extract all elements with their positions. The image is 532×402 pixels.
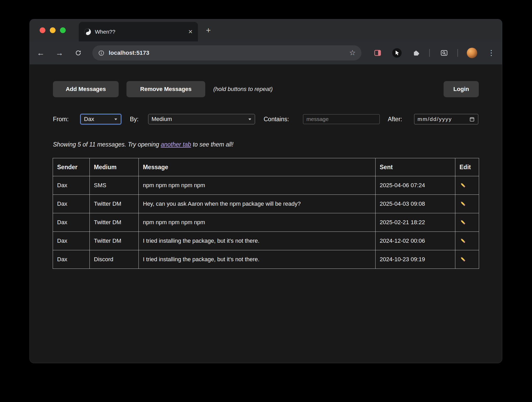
chevron-down-icon — [248, 118, 252, 120]
address-bar[interactable]: localhost:5173 ☆ — [92, 45, 361, 60]
table-row: Dax Discord I tried installing the packa… — [53, 250, 479, 269]
page-content: Add Messages Remove Messages (hold butto… — [30, 64, 502, 363]
cell-medium: Twitter DM — [90, 213, 139, 232]
cell-medium: SMS — [90, 176, 139, 195]
window-minimize-button[interactable] — [50, 27, 56, 33]
remove-messages-button[interactable]: Remove Messages — [126, 81, 205, 97]
calendar-icon[interactable] — [469, 116, 475, 122]
by-select[interactable]: Medium — [148, 114, 255, 124]
header-message: Message — [139, 158, 376, 176]
bookmark-star-icon[interactable]: ☆ — [349, 49, 356, 57]
contains-label: Contains: — [264, 114, 289, 124]
header-edit: Edit — [455, 158, 479, 176]
site-info-icon[interactable] — [98, 50, 105, 56]
status-before: Showing 5 of 11 messages. Try opening — [53, 141, 161, 148]
after-date-input[interactable]: mm/dd/yyyy — [414, 114, 478, 124]
cell-sent: 2025-04-06 07:24 — [376, 176, 455, 195]
date-placeholder: mm/dd/yyyy — [418, 116, 452, 122]
by-select-value: Medium — [152, 116, 172, 123]
cell-medium: Twitter DM — [90, 232, 139, 250]
table-row: Dax Twitter DM Hey, can you ask Aaron wh… — [53, 195, 479, 213]
messages-table: Sender Medium Message Sent Edit Dax SMS … — [53, 158, 479, 269]
login-button[interactable]: Login — [444, 81, 479, 97]
cell-sent: 2024-10-23 09:19 — [376, 250, 455, 269]
cell-medium: Twitter DM — [90, 195, 139, 213]
extensions-puzzle-icon[interactable] — [412, 49, 420, 57]
traffic-lights — [40, 27, 66, 33]
cell-message: Hey, can you ask Aaron when the npm pack… — [139, 195, 376, 213]
window-zoom-button[interactable] — [60, 27, 66, 33]
from-label: From: — [53, 114, 69, 124]
cell-sent: 2025-04-03 09:08 — [376, 195, 455, 213]
cell-sender: Dax — [53, 250, 90, 269]
browser-menu-icon[interactable]: ⋮ — [488, 48, 495, 57]
from-select[interactable]: Dax — [80, 114, 121, 124]
cell-sent: 2025-02-21 18:22 — [376, 213, 455, 232]
side-panel-extension-icon[interactable] — [374, 49, 382, 57]
browser-window: When?? ✕ + ← → — [30, 19, 502, 363]
toolbar-divider — [429, 49, 430, 57]
reload-icon[interactable] — [72, 48, 84, 57]
cell-sender: Dax — [53, 213, 90, 232]
header-sent: Sent — [376, 158, 455, 176]
edit-pencil-icon[interactable] — [460, 219, 466, 226]
tab-title: When?? — [95, 29, 115, 35]
edit-pencil-icon[interactable] — [460, 182, 466, 189]
cell-sender: Dax — [53, 195, 90, 213]
header-medium: Medium — [90, 158, 139, 176]
window-close-button[interactable] — [40, 27, 45, 33]
cell-message: I tried installing the package, but it's… — [139, 232, 376, 250]
cell-sender: Dax — [53, 232, 90, 250]
toolbar-divider — [457, 49, 458, 57]
cell-message: npm npm npm npm npm — [139, 213, 376, 232]
tab-close-icon[interactable]: ✕ — [188, 29, 193, 35]
edit-pencil-icon[interactable] — [460, 237, 466, 245]
from-select-value: Dax — [84, 116, 94, 123]
cell-message: npm npm npm npm npm — [139, 176, 376, 195]
table-header-row: Sender Medium Message Sent Edit — [53, 158, 479, 176]
header-sender: Sender — [53, 158, 90, 176]
another-tab-link[interactable]: another tab — [161, 141, 191, 148]
edit-pencil-icon[interactable] — [460, 200, 466, 208]
cell-medium: Discord — [90, 250, 139, 269]
profile-avatar[interactable] — [467, 48, 477, 58]
browser-tab[interactable]: When?? ✕ — [79, 22, 198, 41]
add-messages-button[interactable]: Add Messages — [53, 81, 119, 97]
browser-toolbar: ← → localhost:5173 ☆ — [30, 41, 502, 64]
edit-pencil-icon[interactable] — [460, 256, 466, 263]
tab-favicon-icon — [84, 28, 91, 35]
status-text: Showing 5 of 11 messages. Try opening an… — [53, 141, 233, 148]
window-search-icon[interactable] — [440, 49, 448, 57]
table-row: Dax Twitter DM npm npm npm npm npm 2025-… — [53, 213, 479, 232]
table-row: Dax SMS npm npm npm npm npm 2025-04-06 0… — [53, 176, 479, 195]
cursor-extension-icon[interactable] — [392, 48, 402, 58]
after-label: After: — [388, 114, 402, 124]
url-text[interactable]: localhost:5173 — [109, 50, 149, 56]
forward-button[interactable]: → — [54, 48, 65, 57]
cell-sender: Dax — [53, 176, 90, 195]
cell-sent: 2024-12-02 00:06 — [376, 232, 455, 250]
by-label: By: — [130, 114, 138, 124]
chevron-down-icon — [114, 118, 118, 120]
new-tab-button[interactable]: + — [203, 25, 214, 35]
desktop-background: When?? ✕ + ← → — [0, 0, 532, 402]
hold-buttons-hint: (hold buttons to repeat) — [213, 81, 273, 97]
table-row: Dax Twitter DM I tried installing the pa… — [53, 232, 479, 250]
back-button[interactable]: ← — [35, 48, 46, 57]
status-after: to see them all! — [191, 141, 233, 148]
cell-message: I tried installing the package, but it's… — [139, 250, 376, 269]
contains-input[interactable] — [303, 114, 380, 124]
tab-strip: When?? ✕ + — [30, 19, 502, 41]
